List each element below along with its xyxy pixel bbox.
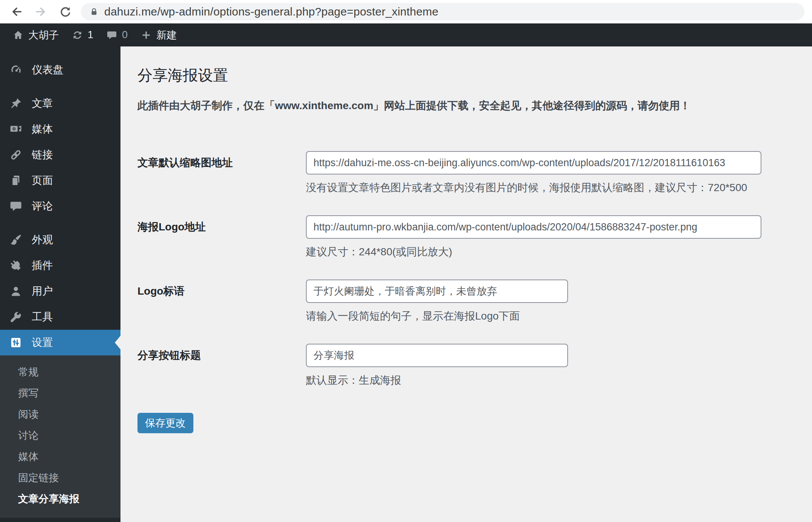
adminbar-comment-count: 0 [122,29,128,41]
sidebar-label: 仪表盘 [32,63,63,77]
field-help: 没有设置文章特色图片或者文章内没有图片的时候，海报使用默认缩略图，建议尺寸：72… [306,181,812,195]
field-help: 请输入一段简短的句子，显示在海报Logo下面 [306,309,812,323]
comment-icon [106,29,117,41]
plug-icon [9,259,23,272]
field-label: 文章默认缩略图地址 [137,151,306,175]
adminbar-new-content[interactable]: 新建 [134,23,183,46]
sidebar-item-posts[interactable]: 文章 [0,91,120,116]
plus-icon [140,29,152,41]
wp-admin-bar: 大胡子 1 0 新建 [0,23,812,46]
submenu-item-general[interactable]: 常规 [0,361,120,383]
chain-link-icon [9,148,23,162]
settings-sliders-icon [9,336,23,349]
user-icon [9,284,23,298]
share-button-title-input[interactable] [306,344,568,367]
submenu-item-media[interactable]: 媒体 [0,446,120,467]
address-bar[interactable]: dahuzi.me/wp-admin/options-general.php?p… [81,3,804,20]
logo-slogan-input[interactable] [306,280,568,303]
sidebar-label: 媒体 [32,122,53,136]
sidebar-label: 链接 [32,148,53,162]
settings-form: 文章默认缩略图地址 没有设置文章特色图片或者文章内没有图片的时候，海报使用默认缩… [137,151,812,433]
adminbar-updates[interactable]: 1 [65,23,100,46]
lock-icon [89,7,99,17]
browser-forward-button[interactable] [32,3,49,20]
adminbar-site-name: 大胡子 [28,28,59,42]
adminbar-new-label: 新建 [156,28,177,42]
sidebar-label: 设置 [32,335,53,350]
menu-separator [0,83,120,91]
poster-logo-url-input[interactable] [306,215,761,239]
settings-page: 分享海报设置 此插件由大胡子制作，仅在「www.xintheme.com」网站上… [120,46,812,522]
sidebar-item-links[interactable]: 链接 [0,142,120,168]
wrench-icon [9,310,23,324]
field-label: 海报Logo地址 [137,215,306,239]
field-help: 默认显示：生成海报 [306,373,812,388]
form-row-share-button-title: 分享按钮标题 默认显示：生成海报 [137,344,812,388]
default-thumbnail-url-input[interactable] [306,151,761,175]
adminbar-update-count: 1 [88,29,93,41]
sidebar-item-settings[interactable]: 设置 [0,330,120,355]
save-changes-button[interactable]: 保存更改 [137,413,193,433]
browser-reload-button[interactable] [57,3,73,20]
dashboard-gauge-icon [9,63,23,77]
field-label: Logo标语 [137,280,306,303]
wp-sidebar: 仪表盘 文章 媒体 链接 页面 [0,46,120,522]
sidebar-item-plugins[interactable]: 插件 [0,253,120,278]
field-label: 分享按钮标题 [137,344,306,367]
form-row-poster-logo: 海报Logo地址 建议尺寸：244*80(或同比放大) [137,215,812,259]
submenu-item-share-poster[interactable]: 文章分享海报 [0,488,120,510]
update-icon [72,29,83,41]
submenu-item-reading[interactable]: 阅读 [0,404,120,425]
sidebar-item-comments[interactable]: 评论 [0,193,120,219]
admin-menu: 仪表盘 文章 媒体 链接 页面 [0,46,120,355]
back-icon [10,5,23,18]
sidebar-label: 用户 [32,284,53,298]
sidebar-item-users[interactable]: 用户 [0,278,120,304]
adminbar-site-menu[interactable]: 大胡子 [6,23,65,46]
sidebar-item-dashboard[interactable]: 仪表盘 [0,57,120,83]
url-text: dahuzi.me/wp-admin/options-general.php?p… [104,5,438,18]
sidebar-label: 外观 [32,233,53,247]
settings-submenu: 常规 撰写 阅读 讨论 媒体 固定链接 文章分享海报 [0,355,120,518]
home-icon [12,29,24,41]
sidebar-label: 插件 [32,258,53,273]
adminbar-comments[interactable]: 0 [100,23,134,46]
browser-back-button[interactable] [8,3,25,20]
comment-bubble-icon [9,199,23,213]
form-row-default-thumbnail: 文章默认缩略图地址 没有设置文章特色图片或者文章内没有图片的时候，海报使用默认缩… [137,151,812,195]
paintbrush-icon [9,233,23,247]
pages-icon [9,174,23,187]
sidebar-item-media[interactable]: 媒体 [0,116,120,142]
pushpin-icon [9,97,23,110]
sidebar-item-pages[interactable]: 页面 [0,168,120,193]
menu-separator [0,219,120,227]
reload-icon [59,5,71,18]
field-help: 建议尺寸：244*80(或同比放大) [306,245,812,259]
screen: dahuzi.me/wp-admin/options-general.php?p… [0,0,812,522]
page-title: 分享海报设置 [137,66,812,84]
sidebar-label: 页面 [32,173,53,188]
sidebar-label: 评论 [32,199,53,213]
form-row-logo-slogan: Logo标语 请输入一段简短的句子，显示在海报Logo下面 [137,280,812,323]
sidebar-label: 文章 [32,96,53,111]
submenu-item-discussion[interactable]: 讨论 [0,425,120,446]
sidebar-filler [0,518,120,522]
sidebar-item-appearance[interactable]: 外观 [0,227,120,253]
sidebar-label: 工具 [32,310,53,324]
sidebar-item-tools[interactable]: 工具 [0,304,120,330]
forward-icon [34,5,47,18]
media-camera-icon [9,122,23,136]
submenu-item-permalinks[interactable]: 固定链接 [0,467,120,488]
submenu-item-writing[interactable]: 撰写 [0,383,120,404]
browser-toolbar: dahuzi.me/wp-admin/options-general.php?p… [0,0,812,23]
plugin-notice: 此插件由大胡子制作，仅在「www.xintheme.com」网站上面提供下载，安… [137,99,812,113]
